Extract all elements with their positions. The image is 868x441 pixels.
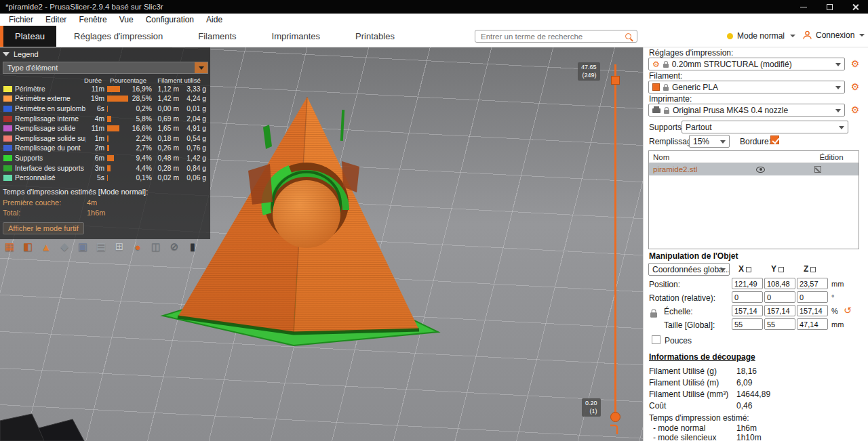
size-label: Taille [Global]: <box>664 320 715 330</box>
stealth-mode-button[interactable]: Afficher le mode furtif <box>3 222 84 234</box>
brim-checkbox[interactable] <box>770 135 779 144</box>
copy-icon[interactable]: ▣ <box>75 238 91 255</box>
close-button[interactable] <box>842 0 868 14</box>
gcode-jump-icon[interactable] <box>608 424 618 438</box>
tab-filaments[interactable]: Filaments <box>180 26 254 47</box>
rotation-y-input[interactable] <box>764 291 795 303</box>
add-instance-icon[interactable]: ⊞ <box>111 238 127 255</box>
layer-slider-bottom-handle[interactable] <box>610 412 620 422</box>
cut-icon[interactable]: ⊘ <box>166 238 182 255</box>
row-meters: 0,48 m <box>152 154 179 162</box>
legend-row[interactable]: Périmètre externe 19m 28,5% 1,42 m 4,24 … <box>3 94 208 104</box>
scale-x-input[interactable] <box>732 305 763 316</box>
menu-configuration[interactable]: Configuration <box>140 14 200 26</box>
legend-row[interactable]: Périmètre 11m 16,9% 1,12 m 3,33 g <box>3 84 208 94</box>
row-duration: 1m <box>85 135 104 142</box>
search-input[interactable] <box>481 33 625 41</box>
position-x-input[interactable] <box>732 278 763 289</box>
row-percent: 16,9% <box>129 85 152 93</box>
add-icon[interactable]: ▦ <box>1 238 18 255</box>
bottom-layer-height: 0.20 <box>585 400 597 408</box>
printer-dropdown[interactable]: Original Prusa MK4S 0.4 nozzle <box>648 104 845 117</box>
window-title: *piramide2 - PrusaSlicer-2.9.4 basé sur … <box>5 3 163 11</box>
3d-viewport[interactable]: Legend Type d'élément Durée Pourcentage … <box>0 47 643 441</box>
menu-fichier[interactable]: Fichier <box>3 14 39 26</box>
print-settings-gear-button[interactable]: ⚙ <box>849 58 861 70</box>
split-icon[interactable]: ◫ <box>148 238 164 255</box>
layer-height-icon[interactable]: ▮ <box>184 238 201 255</box>
print-settings-dropdown[interactable]: ⚙ 0.20mm STRUCTURAL (modifié) <box>648 58 845 70</box>
row-label: Personnalisé <box>15 174 85 182</box>
size-y-input[interactable] <box>764 318 795 330</box>
layer-slider-top-handle[interactable] <box>611 76 620 85</box>
menu-vue[interactable]: Vue <box>113 14 140 26</box>
inches-checkbox[interactable] <box>652 335 660 344</box>
filament-dropdown[interactable]: Generic PLA <box>648 81 845 93</box>
search-box[interactable] <box>475 30 637 43</box>
dropdown-arrow-icon <box>720 268 726 272</box>
percent-bar <box>107 175 108 181</box>
uniform-scale-lock-icon[interactable] <box>650 312 657 318</box>
mode-selector[interactable]: Mode normal <box>727 31 795 41</box>
legend-row[interactable]: Interface des supports 3m 4,4% 0,28 m 0,… <box>3 163 208 173</box>
reset-scale-icon[interactable]: ↺ <box>844 305 852 316</box>
mode-silent-value: 1h10m <box>736 433 762 441</box>
dropdown-arrow-icon <box>835 86 841 89</box>
row-duration: 6m <box>85 154 104 162</box>
pyramid-model[interactable] <box>178 97 419 333</box>
minimize-button[interactable] <box>791 0 816 14</box>
position-y-input[interactable] <box>764 278 795 289</box>
rotation-z-input[interactable] <box>797 291 828 303</box>
legend-row[interactable]: Supports 6m 9,4% 0,48 m 1,42 g <box>3 153 208 163</box>
row-meters: 1,42 m <box>152 95 179 102</box>
percent-bar <box>107 155 114 161</box>
row-duration: 2m <box>85 144 104 152</box>
row-grams: 0,54 g <box>179 135 206 142</box>
layer-slider-track[interactable] <box>614 64 616 420</box>
coordinate-system-dropdown[interactable]: Coordonnées globa... <box>648 263 730 276</box>
filament-gear-button[interactable]: ⚙ <box>849 81 861 93</box>
object-row[interactable]: piramide2.stl <box>649 163 859 175</box>
tab-reglages-impression[interactable]: Réglages d'impression <box>56 26 180 47</box>
rotation-x-input[interactable] <box>732 291 763 303</box>
menu-editer[interactable]: Editer <box>39 14 73 26</box>
row-duration: 5s <box>85 174 104 182</box>
row-meters: 0,69 m <box>152 115 179 123</box>
dropdown-arrow-icon[interactable] <box>195 62 208 73</box>
infill-dropdown[interactable]: 15% <box>689 135 730 148</box>
eye-icon[interactable] <box>756 167 765 173</box>
position-z-input[interactable] <box>797 278 828 289</box>
size-z-input[interactable] <box>797 318 828 330</box>
edit-icon[interactable] <box>814 166 821 173</box>
scale-z-input[interactable] <box>797 305 828 316</box>
printer-gear-button[interactable]: ⚙ <box>849 104 861 116</box>
total-label: Total: <box>3 209 87 217</box>
legend-row[interactable]: Périmètre en surplomb 6s 0,2% 0,00 m 0,0… <box>3 104 208 114</box>
legend-row[interactable]: Remplissage solide supérieur 1m 2,2% 0,1… <box>3 133 208 144</box>
menu-aide[interactable]: Aide <box>200 14 229 26</box>
legend-row[interactable]: Remplissage du pont 2m 2,7% 0,26 m 0,76 … <box>3 144 208 154</box>
object-list: Nom Édition piramide2.stl <box>648 150 859 249</box>
tab-plateau[interactable]: Plateau <box>3 26 56 47</box>
legend-row[interactable]: Personnalisé 5s 0,1% 0,02 m 0,06 g <box>3 173 208 183</box>
tab-imprimantes[interactable]: Imprimantes <box>254 26 338 47</box>
menu-fenetre[interactable]: Fenêtre <box>73 14 113 26</box>
paste-icon[interactable]: ▤ <box>93 238 109 255</box>
legend-row[interactable]: Remplissage interne 4m 5,8% 0,69 m 2,04 … <box>3 114 208 124</box>
collapse-triangle-icon[interactable] <box>3 52 9 56</box>
row-meters: 0,28 m <box>152 165 179 172</box>
delete-icon[interactable]: ◧ <box>20 238 36 255</box>
login-button[interactable]: Connexion <box>802 30 865 40</box>
legend-row[interactable]: Remplissage solide 11m 16,6% 1,65 m 4,91… <box>3 123 208 133</box>
row-percent: 2,7% <box>129 144 152 152</box>
remove-instance-icon[interactable]: ● <box>130 238 146 255</box>
view-type-dropdown[interactable]: Type d'élément <box>3 62 208 74</box>
support-sliver-left <box>263 125 272 149</box>
maximize-button[interactable] <box>816 0 842 14</box>
arrange-icon[interactable]: ◆ <box>56 238 73 255</box>
tab-printables[interactable]: Printables <box>338 26 412 47</box>
supports-dropdown[interactable]: Partout <box>682 121 848 133</box>
delete-all-icon[interactable]: ▲ <box>38 238 54 255</box>
scale-y-input[interactable] <box>764 305 795 316</box>
size-x-input[interactable] <box>732 318 763 330</box>
